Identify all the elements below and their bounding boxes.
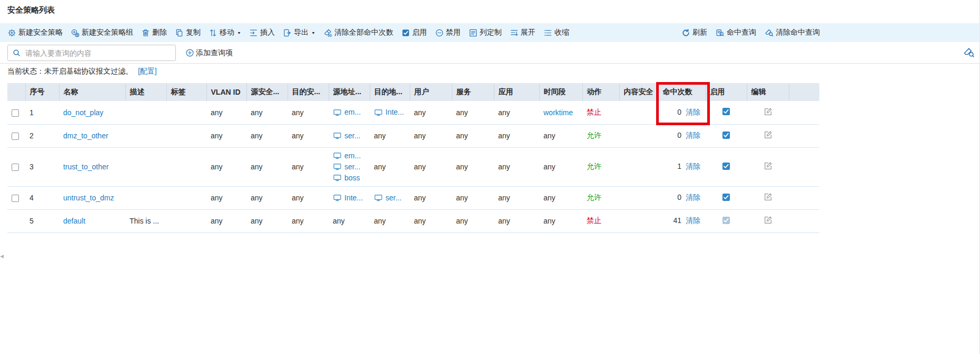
- monitor-icon: [333, 163, 342, 170]
- source-address-object: em...: [333, 107, 365, 118]
- source-address-link[interactable]: em...: [344, 150, 361, 161]
- clear-hits-link[interactable]: 清除: [686, 193, 700, 201]
- cell-app: any: [498, 163, 510, 171]
- column-header-action[interactable]: 动作: [582, 83, 619, 101]
- source-address-object: em...: [333, 150, 365, 161]
- enable-checkbox-icon[interactable]: [722, 107, 730, 116]
- enable-checkbox-icon[interactable]: [722, 193, 730, 201]
- clear-hits-link[interactable]: 清除: [686, 216, 700, 225]
- policy-table: 序号名称描述标签VLAN ID源安全...目的安...源地址...目的地...用…: [7, 83, 819, 233]
- column-header-src_zone[interactable]: 源安全...: [246, 83, 288, 101]
- search-input[interactable]: [24, 48, 175, 58]
- time-range-link[interactable]: worktime: [543, 108, 573, 117]
- toolbar-collapse-button[interactable]: 收缩: [543, 28, 569, 37]
- source-address-link[interactable]: em...: [344, 107, 361, 118]
- toolbar-enable-label: 启用: [412, 28, 427, 37]
- disable-icon: [435, 28, 444, 37]
- column-header-hits[interactable]: 命中次数: [658, 83, 706, 101]
- destination-address-link[interactable]: Inte...: [385, 107, 404, 118]
- policy-name-link[interactable]: default: [63, 217, 85, 225]
- toolbar-move-button[interactable]: 移动▼: [209, 28, 241, 37]
- source-address-link[interactable]: ser...: [344, 161, 360, 173]
- policy-name-link[interactable]: do_not_play: [63, 108, 103, 117]
- toolbar-clear-all-hits-button[interactable]: 00清除全部命中次数: [323, 28, 393, 37]
- toolbar-enable-button[interactable]: 启用: [401, 28, 427, 37]
- row-seq: 2: [29, 132, 34, 140]
- add-query-button[interactable]: 添加查询项: [185, 42, 233, 64]
- toolbar-new-policy-group-button[interactable]: 新建安全策略组: [71, 28, 133, 37]
- clear-hits-link[interactable]: 清除: [686, 108, 700, 116]
- toolbar-column-custom-button[interactable]: 列定制: [469, 28, 502, 37]
- toolbar-expand-button[interactable]: 展开: [510, 28, 536, 37]
- column-header-dst_zone[interactable]: 目的安...: [288, 83, 329, 101]
- column-header-dst_addr[interactable]: 目的地...: [370, 83, 410, 101]
- column-header-tag[interactable]: 标签: [166, 83, 206, 101]
- toolbar-new-policy-label: 新建安全策略: [18, 28, 63, 37]
- column-header-service[interactable]: 服务: [452, 83, 494, 101]
- toolbar-refresh-button[interactable]: 刷新: [681, 28, 707, 37]
- toolbar-move-label: 移动: [220, 28, 234, 37]
- edit-button[interactable]: [764, 216, 773, 225]
- toolbar-delete-button[interactable]: 删除: [141, 28, 167, 37]
- time-range: any: [543, 132, 556, 140]
- toolbar-clear-hit-query-button[interactable]: 清除命中查询: [765, 28, 820, 37]
- column-header-user[interactable]: 用户: [410, 83, 452, 101]
- edit-button[interactable]: [764, 193, 773, 201]
- column-header-edit[interactable]: 编辑: [747, 83, 789, 101]
- edit-button[interactable]: [764, 130, 773, 139]
- toolbar-new-policy-button[interactable]: 新建安全策略: [7, 28, 63, 37]
- destination-address-object: Inte...: [374, 107, 405, 118]
- column-header-content[interactable]: 内容安全: [619, 83, 658, 101]
- row-select-checkbox[interactable]: [12, 164, 19, 171]
- column-header-vlan[interactable]: VLAN ID: [206, 83, 246, 101]
- column-header-app[interactable]: 应用: [494, 83, 539, 101]
- source-address-link[interactable]: Inte...: [344, 193, 363, 204]
- edit-icon: [764, 161, 773, 170]
- policy-name-link[interactable]: untrust_to_dmz: [63, 194, 114, 202]
- search-box[interactable]: [7, 45, 176, 61]
- cell-app: any: [498, 132, 510, 140]
- source-address-object: ser...: [333, 130, 365, 141]
- table-row: 3trust_to_otheranyanyanyem...ser...bossa…: [7, 147, 819, 186]
- edit-icon: [764, 193, 773, 201]
- destination-address-any: any: [374, 161, 405, 173]
- toolbar-export-button[interactable]: 导出▼: [283, 28, 315, 37]
- select-all-header-cell: [7, 83, 25, 101]
- policy-name-link[interactable]: dmz_to_other: [63, 132, 108, 140]
- enable-checkbox-icon[interactable]: [722, 216, 730, 225]
- column-header-enable[interactable]: 启用: [706, 83, 747, 101]
- toolbar-insert-button[interactable]: 插入: [249, 28, 275, 37]
- toolbar-disable-button[interactable]: 禁用: [435, 28, 461, 37]
- source-address-link[interactable]: boss: [344, 173, 360, 184]
- edit-button[interactable]: [764, 161, 773, 170]
- toolbar-clear-hit-query-label: 清除命中查询: [776, 28, 820, 37]
- collapse-panel-handle[interactable]: ◀: [0, 249, 6, 263]
- policy-name-link[interactable]: trust_to_other: [63, 163, 108, 171]
- source-address-link[interactable]: ser...: [344, 130, 360, 141]
- column-header-seq[interactable]: 序号: [25, 83, 59, 101]
- toolbar-right-group: 刷新命中查询清除命中查询: [673, 23, 820, 42]
- toolbar-hit-query-button[interactable]: 命中查询: [716, 28, 756, 37]
- destination-address-link[interactable]: ser...: [385, 193, 401, 204]
- time-range: any: [543, 194, 556, 202]
- column-header-time[interactable]: 时间段: [539, 83, 582, 101]
- row-select-checkbox[interactable]: [12, 109, 19, 117]
- time-range: any: [543, 217, 556, 225]
- monitor-icon: [374, 109, 383, 116]
- enable-checkbox-icon[interactable]: [722, 162, 730, 170]
- row-select-checkbox[interactable]: [12, 133, 19, 140]
- column-header-name[interactable]: 名称: [59, 83, 125, 101]
- edit-icon: [764, 107, 773, 116]
- toolbar-copy-button[interactable]: 复制: [175, 28, 201, 37]
- column-header-desc[interactable]: 描述: [125, 83, 166, 101]
- column-header-src_addr[interactable]: 源地址...: [329, 83, 370, 101]
- destination-address-any: any: [374, 130, 405, 141]
- enable-checkbox-icon[interactable]: [722, 131, 730, 139]
- edit-button[interactable]: [764, 107, 773, 116]
- config-link[interactable]: [配置]: [138, 67, 157, 75]
- cell-src_zone: any: [251, 163, 263, 171]
- row-select-checkbox[interactable]: [12, 195, 19, 202]
- clear-hits-link[interactable]: 清除: [686, 131, 700, 139]
- clear-hits-link[interactable]: 清除: [686, 162, 700, 170]
- clear-query-button[interactable]: [963, 47, 975, 58]
